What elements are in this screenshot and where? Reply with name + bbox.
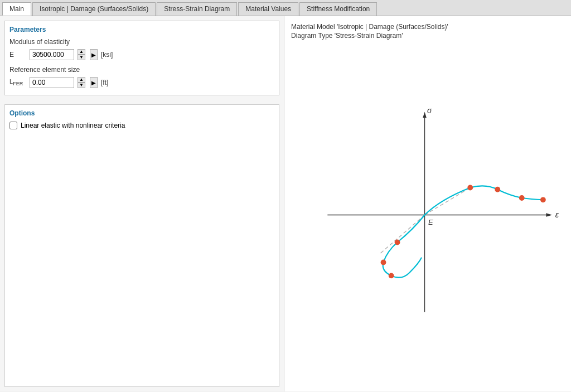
E-up[interactable]: ▲ (78, 49, 85, 55)
Lfer-spinner[interactable]: ▲ ▼ (78, 77, 86, 88)
tab-isotropic[interactable]: Isotropic | Damage (Surfaces/Solids) (32, 2, 156, 16)
linear-elastic-label: Linear elastic with nonlinear criteria (21, 122, 125, 129)
parameters-title: Parameters (9, 26, 274, 33)
svg-line-4 (425, 188, 471, 215)
tab-main[interactable]: Main (2, 2, 31, 16)
svg-marker-2 (546, 213, 552, 217)
right-panel: Material Model 'Isotropic | Damage (Surf… (284, 16, 571, 391)
svg-line-5 (379, 215, 425, 255)
Lfer-up[interactable]: ▲ (78, 77, 85, 83)
model-line2: Diagram Type 'Stress-Strain Diagram' (291, 32, 564, 40)
Lfer-input[interactable] (30, 77, 74, 88)
point-comp-1 (395, 240, 400, 245)
E-down[interactable]: ▼ (78, 55, 85, 60)
E-row: E ▲ ▼ ▶ [ksi] (9, 49, 274, 60)
options-section: Options Linear elastic with nonlinear cr… (4, 104, 279, 387)
E-input[interactable] (30, 49, 74, 60)
tab-material-values[interactable]: Material Values (238, 2, 298, 16)
Lfer-unit: [ft] (101, 79, 108, 86)
tab-bar: Main Isotropic | Damage (Surfaces/Solids… (0, 0, 571, 16)
tab-stress-strain[interactable]: Stress-Strain Diagram (157, 2, 237, 16)
checkbox-row: Linear elastic with nonlinear criteria (9, 122, 274, 129)
epsilon-label: ε (555, 210, 559, 219)
point-comp-2 (381, 260, 386, 265)
diagram-container: ε σ E (291, 45, 564, 385)
Lfer-arrow[interactable]: ▶ (90, 77, 98, 88)
svg-marker-3 (423, 112, 427, 118)
model-line1: Material Model 'Isotropic | Damage (Surf… (291, 23, 564, 31)
modulus-label: Modulus of elasticity (9, 38, 274, 46)
left-panel: Parameters Modulus of elasticity E ▲ ▼ ▶… (0, 16, 284, 391)
linear-elastic-checkbox[interactable] (9, 122, 17, 129)
E-unit: [ksi] (101, 51, 113, 59)
Lfer-row: LFER ▲ ▼ ▶ [ft] (9, 77, 274, 88)
Lfer-down[interactable]: ▼ (78, 83, 85, 88)
point-tension-4 (540, 197, 546, 202)
sigma-label: σ (427, 106, 432, 115)
Lfer-name: LFER (9, 78, 26, 86)
E-diagram-label: E (428, 218, 433, 226)
E-spinner[interactable]: ▲ ▼ (78, 49, 86, 60)
ref-size-label: Reference element size (9, 66, 274, 74)
point-comp-3 (389, 273, 394, 278)
parameters-section: Parameters Modulus of elasticity E ▲ ▼ ▶… (4, 21, 279, 95)
tab-stiffness[interactable]: Stiffness Modification (299, 2, 377, 16)
options-title: Options (9, 109, 274, 117)
point-tension-3 (519, 195, 525, 201)
E-name: E (9, 51, 26, 59)
E-arrow[interactable]: ▶ (90, 49, 98, 60)
stress-strain-chart: ε σ E (291, 45, 564, 385)
point-tension-1 (467, 185, 473, 191)
point-tension-2 (495, 187, 500, 192)
content-area: Parameters Modulus of elasticity E ▲ ▼ ▶… (0, 16, 571, 391)
